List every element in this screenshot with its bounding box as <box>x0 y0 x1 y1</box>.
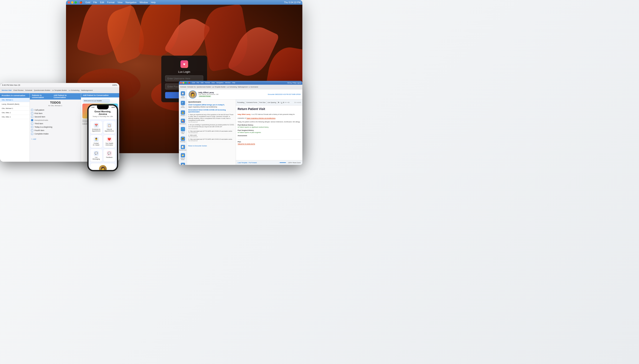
nav-member-mail[interactable]: Member Mail <box>2 89 12 91</box>
menu-view[interactable]: View <box>118 1 123 4</box>
sidebar-patient-mikej[interactable]: Otis, Mike J. <box>0 111 30 115</box>
emr-minimize-btn[interactable] <box>182 82 184 84</box>
menu-help[interactable]: Help <box>151 1 156 4</box>
grid-item-view-appts[interactable]: 📋 View AllAppointments <box>104 121 115 134</box>
sidebar-icon-labs[interactable]: 🧪 Labs &Tests <box>179 126 187 135</box>
toolbar-line-spacing[interactable]: Line Spacing <box>267 102 276 103</box>
emr-menu-navigation[interactable]: Navigation <box>216 82 223 84</box>
sidebar-patient-lacey[interactable]: Lacey, Elizabeth (Barb) <box>0 102 30 106</box>
menu-apple[interactable]: 🍎 <box>79 1 82 4</box>
nav-chart-review[interactable]: Chart Review <box>13 89 24 91</box>
todo-item-call[interactable]: Call-patient <box>31 108 80 112</box>
emr-menu-format[interactable]: Format <box>205 82 210 84</box>
note-diagnosis-link[interactable]: Upper respiratory infection s/p tonsille… <box>247 118 275 119</box>
zoom-slider[interactable] <box>279 162 286 163</box>
sidebar-icon-radiology[interactable]: ☢️ Radiology <box>179 136 187 144</box>
todo-checkbox-today[interactable] <box>31 126 33 128</box>
zoom-plus-icon[interactable]: + <box>287 162 287 164</box>
sidebar-icon-chart[interactable]: 📋 ChartReview <box>179 90 187 99</box>
username-input[interactable] <box>165 76 203 82</box>
todo-item-completed[interactable]: Completed-todo <box>31 118 80 122</box>
todo-item-intake[interactable]: Complete-Intake <box>31 132 80 136</box>
menu-format[interactable]: Format <box>107 1 115 4</box>
menu-navigation[interactable]: Navigation <box>125 1 137 4</box>
grid-item-contact-dr[interactable]: 👨‍⚕️ ContactDr. Hasler <box>90 135 102 148</box>
todo-item-fourth[interactable]: Fourth Item <box>31 129 80 132</box>
toolbar-comment-forms[interactable]: Comment Forms <box>246 102 257 103</box>
tablet-navbar[interactable]: Member Mail Chart Review Schedule Questi… <box>0 87 119 93</box>
return-to-encounter[interactable]: Return to Encounter Section <box>188 144 234 147</box>
sidebar-icon-scans[interactable]: 📁 Scans &Media <box>179 152 187 161</box>
sidebar-icon-registration[interactable]: 📋 Registration <box>179 162 187 165</box>
menu-window[interactable]: Window <box>139 1 148 4</box>
sidebar-patient-otis2[interactable]: Otis, Michael J. <box>0 106 30 111</box>
nav-schedule[interactable]: Schedule <box>25 89 32 91</box>
grid-item-schedule[interactable]: 📅 Schedule AnAppointment <box>90 121 102 134</box>
todo-item-second[interactable]: Second Item <box>31 115 80 118</box>
panel-add[interactable]: Add Patient to Conversation <box>54 94 79 98</box>
sidebar-icon-review[interactable]: 🔍 StartReview <box>179 100 187 109</box>
emr-menu-file[interactable]: File <box>197 82 199 84</box>
toolbar-underline[interactable]: U <box>281 102 282 103</box>
sidebar-icon-allergies[interactable]: ⚠️ Allergies <box>179 109 187 117</box>
load-template-btn[interactable]: Load Template <box>238 162 247 164</box>
todo-checkbox-third[interactable] <box>31 122 33 125</box>
put-forward-btn[interactable]: Put Forward <box>249 162 257 164</box>
emr-toolbar-questionnaire[interactable]: Questionnaire Builder <box>197 86 211 88</box>
toolbar-bold[interactable]: B <box>278 102 279 103</box>
todo-checkbox-completed[interactable] <box>31 119 33 121</box>
close-button[interactable] <box>68 1 70 4</box>
nav-assignment[interactable]: NatAssignment <box>81 89 93 91</box>
todo-checkbox-fourth[interactable] <box>31 129 33 132</box>
todo-add-btn[interactable]: + Add <box>31 137 80 140</box>
sidebar-icon-medications[interactable]: 💊 Medications <box>179 118 187 126</box>
todo-checkbox-first[interactable] <box>31 112 33 114</box>
emr-menu-edit[interactable]: Edit <box>201 82 203 84</box>
emr-toolbar-schedule[interactable]: Schedule <box>180 86 186 88</box>
toolbar-font-a[interactable]: A <box>288 102 289 103</box>
toolbar-formatting[interactable]: Formatting <box>237 102 244 103</box>
toolbar-font-size[interactable]: Font Size <box>259 102 266 103</box>
minimize-button[interactable] <box>71 1 74 4</box>
emr-toolbar-lux-scheduling[interactable]: Lux Scheduling <box>227 86 237 88</box>
emr-menu-gold[interactable]: Gold <box>192 82 195 84</box>
todo-item-third[interactable]: Third Item <box>31 122 80 125</box>
todo-item-first[interactable]: First Item <box>31 112 80 115</box>
todo-checkbox-second[interactable] <box>31 116 33 118</box>
note-patient-link[interactable]: Indy, Elliot Lacey <box>238 114 251 115</box>
emr-close-btn[interactable] <box>180 82 182 84</box>
nav-questionnaire[interactable]: Questionnaire Builder <box>34 89 51 91</box>
grid-item-health-info[interactable]: ❤️ Your HealthInformation <box>104 135 115 148</box>
emr-menu-apple[interactable]: 🍎 <box>188 82 190 84</box>
toolbar-align-left[interactable]: ≡ <box>285 102 286 103</box>
sidebar-patient-otis[interactable]: Otis, Michael J. <box>0 98 30 102</box>
sidebar-icon-questionnaire[interactable]: 📝 Questionnaire <box>179 144 187 152</box>
emr-menu-view[interactable]: View <box>211 82 215 84</box>
grid-item-feedback[interactable]: 💬 Feedback <box>104 149 115 162</box>
menu-edit[interactable]: Edit <box>100 1 104 4</box>
nav-lx-template[interactable]: Lx Template Builder <box>52 89 67 91</box>
emr-maximize-btn[interactable] <box>185 82 187 84</box>
zoom-minus-icon[interactable]: − <box>278 162 279 164</box>
menu-file[interactable]: File <box>93 1 97 4</box>
maximize-button[interactable] <box>75 1 77 4</box>
emr-menu-window[interactable]: Window <box>225 82 230 84</box>
toolbar-align-center[interactable]: ≡ <box>287 102 287 103</box>
todo-checkbox-call[interactable] <box>31 109 33 111</box>
toolbar-strikethrough[interactable]: S̶ <box>283 102 284 104</box>
emr-toolbar-summarize[interactable]: Lx Summarize <box>249 86 258 88</box>
emr-toolbar-schedule-go[interactable]: Schedule Go <box>187 86 196 88</box>
phone-battery: 100% <box>111 106 115 108</box>
emr-toolbar-assignment[interactable]: NatAssignment <box>238 86 248 88</box>
note-content-area[interactable]: Return Patient Visit Indy, Elliot Lacey … <box>236 106 302 160</box>
todo-checkbox-intake[interactable] <box>31 133 33 135</box>
grid-item-messaging[interactable]: 💬 LuxMessaging <box>90 149 102 162</box>
toolbar-italic[interactable]: I <box>280 102 280 103</box>
sidebar-patient-mikej2[interactable]: Otis, Mike J. <box>0 115 30 119</box>
emr-toolbar-lux-template[interactable]: Lux Template Builder <box>212 86 226 88</box>
todo-item-today[interactable]: Today-is-a-beginning <box>31 125 80 129</box>
menu-app-name[interactable]: Gold <box>85 1 90 4</box>
emr-menu-help[interactable]: Help <box>232 82 235 84</box>
reset-zoom-btn[interactable]: Reset Zoom <box>292 162 301 164</box>
nav-lx-scheduling[interactable]: Lx Scheduling <box>69 89 79 91</box>
